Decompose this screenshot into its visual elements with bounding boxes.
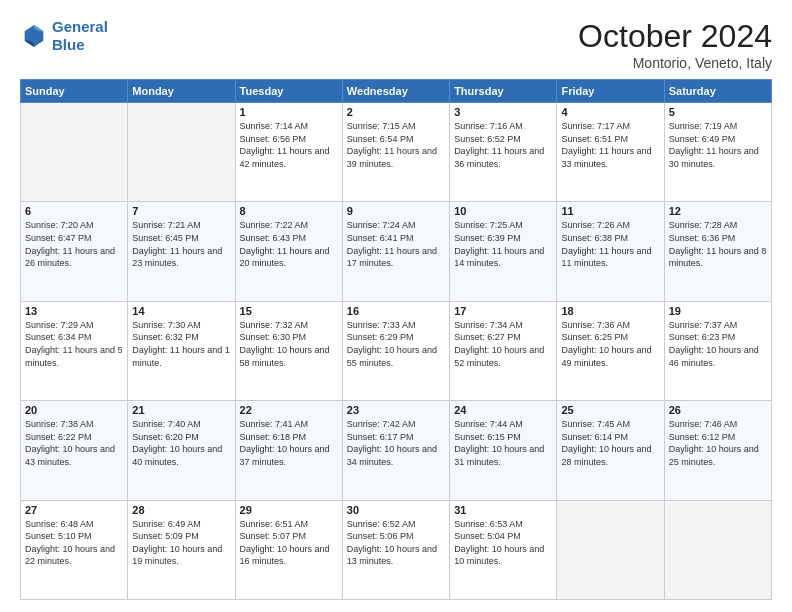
day-detail: Sunrise: 7:25 AM Sunset: 6:39 PM Dayligh… [454,219,552,269]
calendar-cell: 26Sunrise: 7:46 AM Sunset: 6:12 PM Dayli… [664,401,771,500]
col-saturday: Saturday [664,80,771,103]
day-detail: Sunrise: 7:19 AM Sunset: 6:49 PM Dayligh… [669,120,767,170]
day-number: 22 [240,404,338,416]
calendar-cell: 15Sunrise: 7:32 AM Sunset: 6:30 PM Dayli… [235,301,342,400]
calendar-cell: 24Sunrise: 7:44 AM Sunset: 6:15 PM Dayli… [450,401,557,500]
day-number: 11 [561,205,659,217]
day-number: 21 [132,404,230,416]
col-sunday: Sunday [21,80,128,103]
col-monday: Monday [128,80,235,103]
day-number: 10 [454,205,552,217]
day-number: 25 [561,404,659,416]
day-detail: Sunrise: 7:42 AM Sunset: 6:17 PM Dayligh… [347,418,445,468]
calendar-cell [21,103,128,202]
day-detail: Sunrise: 7:22 AM Sunset: 6:43 PM Dayligh… [240,219,338,269]
calendar-cell: 19Sunrise: 7:37 AM Sunset: 6:23 PM Dayli… [664,301,771,400]
day-detail: Sunrise: 7:14 AM Sunset: 6:56 PM Dayligh… [240,120,338,170]
day-detail: Sunrise: 7:32 AM Sunset: 6:30 PM Dayligh… [240,319,338,369]
calendar-cell: 3Sunrise: 7:16 AM Sunset: 6:52 PM Daylig… [450,103,557,202]
day-number: 5 [669,106,767,118]
calendar-header-row: Sunday Monday Tuesday Wednesday Thursday… [21,80,772,103]
day-detail: Sunrise: 7:17 AM Sunset: 6:51 PM Dayligh… [561,120,659,170]
day-number: 1 [240,106,338,118]
day-detail: Sunrise: 7:45 AM Sunset: 6:14 PM Dayligh… [561,418,659,468]
calendar-week-0: 1Sunrise: 7:14 AM Sunset: 6:56 PM Daylig… [21,103,772,202]
calendar-cell: 27Sunrise: 6:48 AM Sunset: 5:10 PM Dayli… [21,500,128,599]
logo: General Blue [20,18,108,54]
calendar-week-2: 13Sunrise: 7:29 AM Sunset: 6:34 PM Dayli… [21,301,772,400]
header: General Blue October 2024 Montorio, Vene… [20,18,772,71]
day-detail: Sunrise: 6:53 AM Sunset: 5:04 PM Dayligh… [454,518,552,568]
calendar-cell [664,500,771,599]
day-detail: Sunrise: 7:21 AM Sunset: 6:45 PM Dayligh… [132,219,230,269]
calendar-cell: 28Sunrise: 6:49 AM Sunset: 5:09 PM Dayli… [128,500,235,599]
day-number: 30 [347,504,445,516]
day-number: 16 [347,305,445,317]
calendar-cell: 4Sunrise: 7:17 AM Sunset: 6:51 PM Daylig… [557,103,664,202]
calendar-cell: 8Sunrise: 7:22 AM Sunset: 6:43 PM Daylig… [235,202,342,301]
day-detail: Sunrise: 6:52 AM Sunset: 5:06 PM Dayligh… [347,518,445,568]
day-number: 18 [561,305,659,317]
calendar-table: Sunday Monday Tuesday Wednesday Thursday… [20,79,772,600]
page: General Blue October 2024 Montorio, Vene… [0,0,792,612]
calendar-cell: 13Sunrise: 7:29 AM Sunset: 6:34 PM Dayli… [21,301,128,400]
day-detail: Sunrise: 7:46 AM Sunset: 6:12 PM Dayligh… [669,418,767,468]
day-number: 31 [454,504,552,516]
day-detail: Sunrise: 6:49 AM Sunset: 5:09 PM Dayligh… [132,518,230,568]
day-number: 14 [132,305,230,317]
col-wednesday: Wednesday [342,80,449,103]
logo-line1: General [52,18,108,36]
calendar-week-3: 20Sunrise: 7:38 AM Sunset: 6:22 PM Dayli… [21,401,772,500]
calendar-cell: 7Sunrise: 7:21 AM Sunset: 6:45 PM Daylig… [128,202,235,301]
day-number: 23 [347,404,445,416]
day-detail: Sunrise: 7:30 AM Sunset: 6:32 PM Dayligh… [132,319,230,369]
calendar-cell: 5Sunrise: 7:19 AM Sunset: 6:49 PM Daylig… [664,103,771,202]
day-detail: Sunrise: 7:16 AM Sunset: 6:52 PM Dayligh… [454,120,552,170]
day-number: 24 [454,404,552,416]
col-friday: Friday [557,80,664,103]
day-detail: Sunrise: 7:38 AM Sunset: 6:22 PM Dayligh… [25,418,123,468]
calendar-cell: 10Sunrise: 7:25 AM Sunset: 6:39 PM Dayli… [450,202,557,301]
day-detail: Sunrise: 7:34 AM Sunset: 6:27 PM Dayligh… [454,319,552,369]
calendar-cell [557,500,664,599]
day-detail: Sunrise: 7:40 AM Sunset: 6:20 PM Dayligh… [132,418,230,468]
col-tuesday: Tuesday [235,80,342,103]
calendar-cell: 20Sunrise: 7:38 AM Sunset: 6:22 PM Dayli… [21,401,128,500]
day-detail: Sunrise: 7:44 AM Sunset: 6:15 PM Dayligh… [454,418,552,468]
col-thursday: Thursday [450,80,557,103]
day-detail: Sunrise: 7:41 AM Sunset: 6:18 PM Dayligh… [240,418,338,468]
day-number: 7 [132,205,230,217]
day-detail: Sunrise: 7:20 AM Sunset: 6:47 PM Dayligh… [25,219,123,269]
day-number: 3 [454,106,552,118]
calendar-cell: 12Sunrise: 7:28 AM Sunset: 6:36 PM Dayli… [664,202,771,301]
logo-line2: Blue [52,36,108,54]
calendar-cell: 6Sunrise: 7:20 AM Sunset: 6:47 PM Daylig… [21,202,128,301]
calendar-cell [128,103,235,202]
day-number: 27 [25,504,123,516]
day-detail: Sunrise: 7:33 AM Sunset: 6:29 PM Dayligh… [347,319,445,369]
location-subtitle: Montorio, Veneto, Italy [578,55,772,71]
day-detail: Sunrise: 7:37 AM Sunset: 6:23 PM Dayligh… [669,319,767,369]
day-detail: Sunrise: 7:26 AM Sunset: 6:38 PM Dayligh… [561,219,659,269]
calendar-cell: 31Sunrise: 6:53 AM Sunset: 5:04 PM Dayli… [450,500,557,599]
day-number: 26 [669,404,767,416]
day-number: 29 [240,504,338,516]
day-detail: Sunrise: 7:36 AM Sunset: 6:25 PM Dayligh… [561,319,659,369]
calendar-cell: 9Sunrise: 7:24 AM Sunset: 6:41 PM Daylig… [342,202,449,301]
day-number: 17 [454,305,552,317]
day-number: 20 [25,404,123,416]
calendar-cell: 18Sunrise: 7:36 AM Sunset: 6:25 PM Dayli… [557,301,664,400]
day-number: 9 [347,205,445,217]
calendar-cell: 14Sunrise: 7:30 AM Sunset: 6:32 PM Dayli… [128,301,235,400]
day-detail: Sunrise: 7:28 AM Sunset: 6:36 PM Dayligh… [669,219,767,269]
day-detail: Sunrise: 6:51 AM Sunset: 5:07 PM Dayligh… [240,518,338,568]
day-number: 15 [240,305,338,317]
day-number: 19 [669,305,767,317]
calendar-cell: 21Sunrise: 7:40 AM Sunset: 6:20 PM Dayli… [128,401,235,500]
calendar-cell: 25Sunrise: 7:45 AM Sunset: 6:14 PM Dayli… [557,401,664,500]
calendar-cell: 23Sunrise: 7:42 AM Sunset: 6:17 PM Dayli… [342,401,449,500]
calendar-cell: 1Sunrise: 7:14 AM Sunset: 6:56 PM Daylig… [235,103,342,202]
logo-icon [20,22,48,50]
day-number: 4 [561,106,659,118]
day-number: 2 [347,106,445,118]
